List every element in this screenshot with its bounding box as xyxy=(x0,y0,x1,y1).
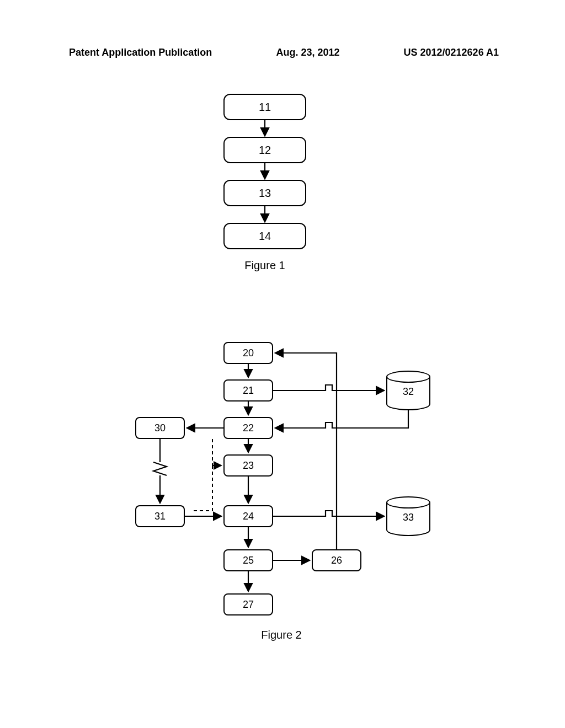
fig2-box-20: 20 xyxy=(223,342,273,364)
fig2-box-27: 27 xyxy=(223,593,273,615)
fig2-box-22: 22 xyxy=(223,417,273,439)
fig1-box-12: 12 xyxy=(223,137,306,163)
fig2-cyl-33-label: 33 xyxy=(403,512,414,523)
fig2-cyl-32-label: 32 xyxy=(403,386,414,398)
fig2-box-31: 31 xyxy=(135,505,185,527)
header-date: Aug. 23, 2012 xyxy=(276,47,339,58)
fig2-box-21: 21 xyxy=(223,379,273,402)
fig1-box-11: 11 xyxy=(223,94,306,120)
fig2-box-24: 24 xyxy=(223,505,273,527)
diagram-area: 11 12 13 14 Figure 1 20 21 22 23 24 25 2… xyxy=(0,77,565,684)
figure-2-caption: Figure 2 xyxy=(105,629,458,641)
header-pubno: US 2012/0212626 A1 xyxy=(404,47,499,58)
figure-1-caption: Figure 1 xyxy=(210,259,320,272)
figure-1: 11 12 13 14 Figure 1 xyxy=(210,94,320,272)
fig2-cyl-32: 32 xyxy=(386,371,430,410)
fig2-box-25: 25 xyxy=(223,549,273,571)
fig2-box-26: 26 xyxy=(312,549,361,571)
fig2-box-23: 23 xyxy=(223,454,273,477)
fig2-box-30: 30 xyxy=(135,417,185,439)
page-header: Patent Application Publication Aug. 23, … xyxy=(0,47,565,58)
fig1-box-14: 14 xyxy=(223,223,306,249)
fig1-box-13: 13 xyxy=(223,180,306,206)
fig2-cyl-33: 33 xyxy=(386,496,430,536)
figure-2: 20 21 22 23 24 25 27 30 31 26 32 33 xyxy=(105,342,458,645)
header-publication: Patent Application Publication xyxy=(69,47,212,58)
